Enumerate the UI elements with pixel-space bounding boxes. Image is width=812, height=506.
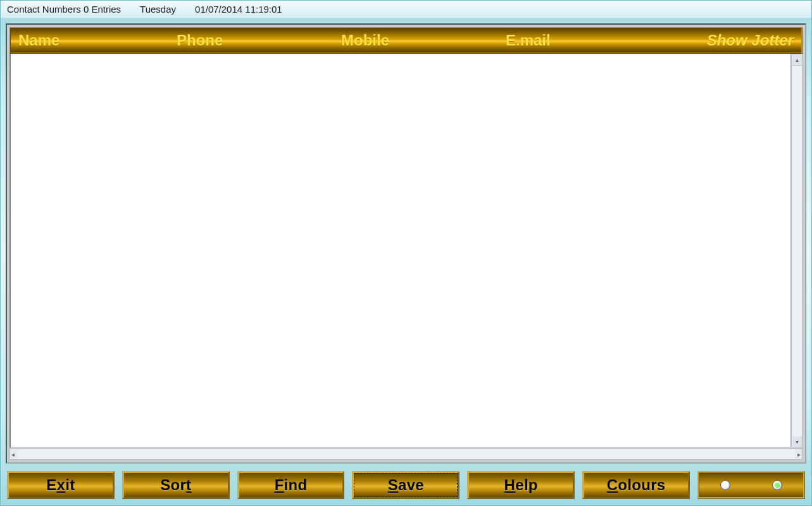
column-header-phone[interactable]: Phone: [173, 32, 337, 49]
scroll-right-icon[interactable]: ▸: [797, 451, 801, 458]
radio-option-b[interactable]: [772, 480, 782, 490]
horizontal-scrollbar[interactable]: ◂ ▸: [9, 448, 803, 460]
titlebar-datetime: 01/07/2014 11:19:01: [195, 1, 282, 18]
help-button[interactable]: Help: [467, 471, 575, 499]
horizontal-scroll-track[interactable]: [17, 449, 795, 459]
show-jotter-link[interactable]: Show Jotter: [628, 32, 797, 49]
column-header-row: Name Phone Mobile E.mail Show Jotter: [9, 27, 803, 54]
colours-button[interactable]: Colours: [582, 471, 690, 499]
scroll-left-icon[interactable]: ◂: [11, 451, 15, 458]
scroll-up-icon[interactable]: ▴: [792, 54, 802, 66]
column-header-name[interactable]: Name: [15, 32, 173, 49]
bottom-toolbar: Exit Sort Find Save Help Colours: [1, 467, 811, 505]
column-header-mobile[interactable]: Mobile: [337, 32, 502, 49]
vertical-scrollbar[interactable]: ▴ ▾: [791, 54, 803, 448]
save-button-label: Save: [388, 476, 424, 494]
radio-panel: [697, 471, 805, 499]
find-button-label: Find: [275, 476, 308, 494]
main-window: Contact Numbers 0 Entries Tuesday 01/07/…: [0, 0, 812, 506]
find-button[interactable]: Find: [237, 471, 345, 499]
titlebar-day: Tuesday: [140, 1, 176, 18]
sort-button[interactable]: Sort: [122, 471, 230, 499]
exit-button[interactable]: Exit: [7, 471, 115, 499]
colours-button-label: Colours: [607, 476, 666, 494]
exit-button-label: Exit: [46, 476, 75, 494]
titlebar: Contact Numbers 0 Entries Tuesday 01/07/…: [1, 1, 811, 18]
column-header-email[interactable]: E.mail: [502, 32, 628, 49]
grid-body[interactable]: [9, 54, 791, 448]
window-title: Contact Numbers 0 Entries: [7, 1, 121, 18]
vertical-scroll-track[interactable]: [792, 66, 802, 436]
sort-button-label: Sort: [160, 476, 191, 494]
scroll-down-icon[interactable]: ▾: [792, 436, 802, 448]
content-frame: Name Phone Mobile E.mail Show Jotter ▴ ▾…: [6, 23, 806, 464]
help-button-label: Help: [504, 476, 538, 494]
grid-area: ▴ ▾: [9, 54, 803, 448]
save-button[interactable]: Save: [352, 471, 459, 499]
radio-option-a[interactable]: [720, 480, 730, 490]
